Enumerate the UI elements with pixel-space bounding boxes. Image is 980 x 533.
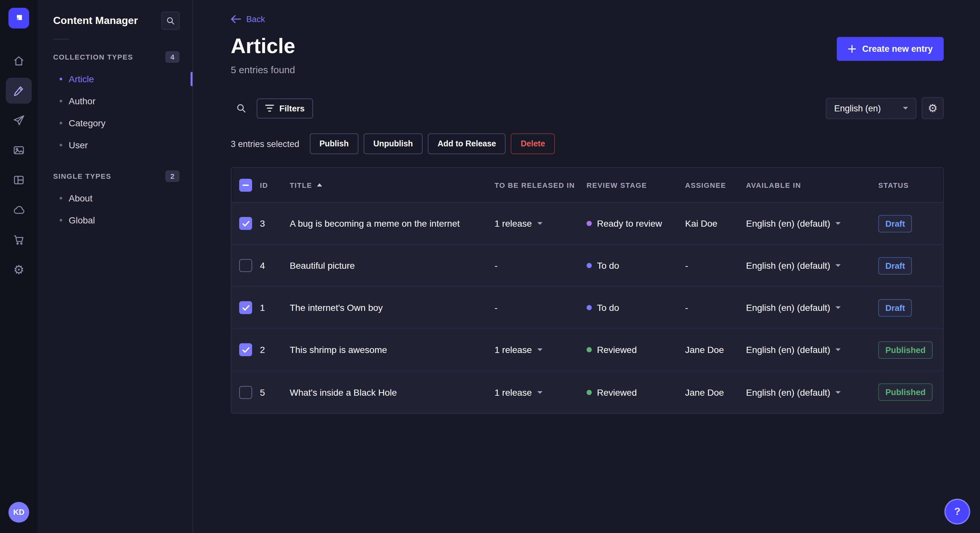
section-count-badge: 2	[165, 170, 180, 182]
check-icon	[242, 305, 249, 311]
row-review-stage: To do	[587, 303, 685, 313]
back-link[interactable]: Back	[231, 14, 265, 24]
chevron-down-icon[interactable]	[835, 391, 841, 393]
collection-types-list: Article Author Category User	[38, 68, 192, 156]
column-header[interactable]: ID	[260, 181, 290, 189]
bullet-icon	[60, 144, 62, 146]
bullet-icon	[60, 219, 62, 222]
row-release: -	[495, 260, 587, 271]
chevron-down-icon[interactable]	[835, 306, 841, 309]
row-checkbox-cell	[231, 301, 260, 314]
row-assignee: Jane Doe	[685, 387, 746, 397]
table-row[interactable]: 5 What's inside a Black Hole 1 release R…	[231, 371, 943, 413]
stage-label: To do	[597, 260, 619, 271]
column-header[interactable]: STATUS	[878, 181, 943, 189]
media-library-icon[interactable]	[6, 137, 32, 163]
help-button[interactable]: ?	[944, 499, 970, 525]
table-row[interactable]: 1 The internet's Own boy - To do - Engl	[231, 287, 943, 329]
publish-button[interactable]: Publish	[310, 133, 358, 154]
column-header[interactable]: TO BE RELEASED IN	[495, 181, 587, 189]
row-checkbox[interactable]	[239, 301, 252, 314]
sidebar-item-label: User	[69, 140, 88, 150]
search-icon[interactable]	[231, 98, 251, 119]
user-avatar[interactable]: KD	[8, 502, 29, 523]
content-manager-icon[interactable]	[6, 78, 32, 104]
row-status-cell: Draft	[878, 299, 943, 316]
sidebar-item-label: Global	[69, 215, 95, 225]
stage-dot-icon	[587, 390, 592, 395]
row-checkbox[interactable]	[239, 217, 252, 230]
gear-icon: ⚙	[928, 103, 938, 114]
row-assignee: -	[685, 260, 746, 271]
unpublish-button[interactable]: Unpublish	[364, 133, 423, 154]
filter-icon	[265, 104, 274, 112]
row-release: -	[495, 303, 587, 313]
marketplace-icon[interactable]	[6, 227, 32, 252]
chevron-down-icon[interactable]	[537, 391, 542, 393]
sidebar-item[interactable]: Author	[38, 90, 192, 112]
sidebar-item[interactable]: About	[38, 187, 192, 209]
sidebar-item[interactable]: User	[38, 134, 192, 156]
sidebar-item[interactable]: Category	[38, 112, 192, 134]
chevron-down-icon[interactable]	[537, 348, 542, 351]
row-title: A bug is becoming a meme on the internet	[290, 218, 495, 228]
settings-icon[interactable]: ⚙	[922, 97, 944, 119]
row-checkbox[interactable]	[239, 259, 252, 272]
column-label: REVIEW STAGE	[587, 181, 647, 189]
locale-value: English (en) (default)	[746, 344, 830, 355]
row-checkbox[interactable]	[239, 385, 252, 399]
row-checkbox-cell	[231, 343, 260, 356]
chevron-down-icon[interactable]	[835, 264, 841, 267]
releases-icon[interactable]	[6, 108, 32, 133]
locale-value: English (en) (default)	[746, 303, 830, 313]
column-header[interactable]: AVAILABLE IN	[746, 181, 878, 189]
home-icon[interactable]	[6, 48, 32, 74]
locale-select[interactable]: English (en)	[826, 97, 916, 119]
table-row[interactable]: 2 This shrimp is awesome 1 release Revie…	[231, 329, 943, 371]
stage-dot-icon	[587, 263, 592, 268]
column-header[interactable]: REVIEW STAGE	[587, 181, 685, 189]
search-icon[interactable]	[161, 12, 180, 30]
column-header[interactable]: TITLE	[290, 181, 495, 189]
collection-types-section: COLLECTION TYPES 4 Article Author	[38, 51, 192, 156]
main-content: Back Article 5 entries found Create new …	[193, 0, 980, 533]
strapi-logo[interactable]	[8, 8, 29, 29]
row-locale: English (en) (default)	[746, 218, 878, 228]
row-title: Beautiful picture	[290, 260, 495, 271]
section-header: COLLECTION TYPES 4	[38, 51, 192, 68]
indeterminate-icon	[242, 184, 249, 186]
column-label: STATUS	[878, 181, 909, 189]
rail-nav: ⚙	[6, 48, 32, 282]
filters-button[interactable]: Filters	[257, 98, 313, 118]
select-all-checkbox[interactable]	[239, 178, 252, 191]
chevron-down-icon[interactable]	[537, 222, 542, 225]
row-id: 5	[260, 387, 290, 397]
row-status-cell: Published	[878, 383, 943, 401]
bullet-icon	[60, 197, 62, 200]
row-checkbox[interactable]	[239, 343, 252, 356]
chevron-down-icon[interactable]	[835, 348, 841, 351]
row-title: The internet's Own boy	[290, 303, 495, 313]
page-title-block: Article 5 entries found	[231, 34, 295, 75]
single-types-list: About Global	[38, 187, 192, 231]
sidebar-item-label: Article	[69, 74, 94, 84]
sidebar-item[interactable]: Global	[38, 209, 192, 231]
sort-ascending-icon	[317, 183, 322, 187]
settings-icon[interactable]: ⚙	[6, 257, 32, 282]
deploy-icon[interactable]	[6, 197, 32, 223]
column-label: TITLE	[290, 181, 312, 189]
column-header[interactable]: ASSIGNEE	[685, 181, 746, 189]
chevron-down-icon[interactable]	[835, 222, 841, 225]
create-new-entry-button[interactable]: Create new entry	[837, 37, 944, 61]
table-row[interactable]: 4 Beautiful picture - To do - English (	[231, 245, 943, 287]
entries-count: 5 entries found	[231, 64, 295, 75]
select-all-cell	[231, 178, 260, 191]
strapi-logo-glyph	[13, 12, 25, 24]
table-row[interactable]: 3 A bug is becoming a meme on the intern…	[231, 203, 943, 245]
stage-dot-icon	[587, 347, 592, 352]
sidebar-item[interactable]: Article	[38, 68, 192, 90]
delete-button[interactable]: Delete	[511, 133, 555, 154]
content-type-builder-icon[interactable]	[6, 167, 32, 193]
add-to-release-button[interactable]: Add to Release	[428, 133, 506, 154]
check-icon	[242, 220, 249, 226]
